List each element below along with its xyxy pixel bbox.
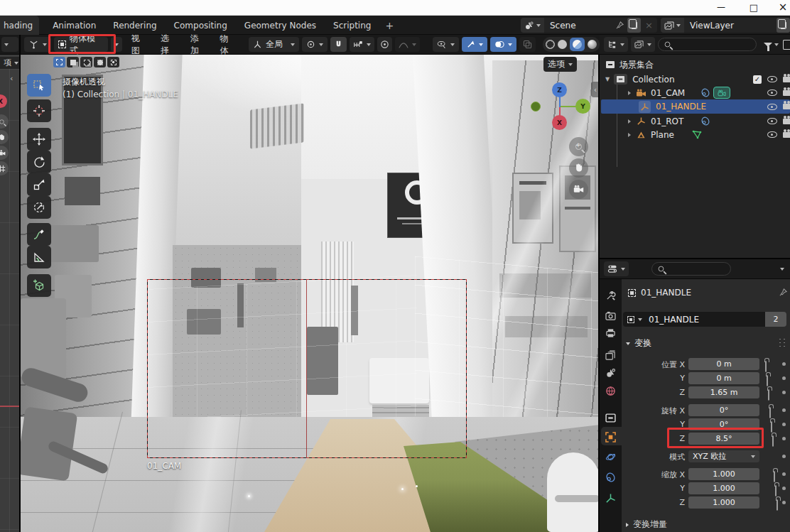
animate-dot[interactable] <box>782 408 786 412</box>
tool-transform[interactable] <box>27 196 51 219</box>
viewport-zoom-button[interactable]: + <box>569 137 588 156</box>
users-count-badge[interactable]: 2 <box>765 312 786 327</box>
pin-icon[interactable] <box>779 288 788 297</box>
overlays-toggle[interactable] <box>490 37 516 52</box>
new-scene-copy-icon[interactable] <box>631 21 637 29</box>
tab-view-layer[interactable] <box>600 347 622 363</box>
tab-render[interactable] <box>600 308 622 323</box>
lock-icon[interactable] <box>771 421 772 433</box>
hide-viewport-toggle[interactable] <box>767 118 777 124</box>
tab-output[interactable] <box>600 325 622 341</box>
viewlayer-selector[interactable]: ViewLayer <box>661 18 790 33</box>
shading-rendered-button[interactable] <box>588 40 597 49</box>
animate-dot[interactable] <box>782 391 786 394</box>
outliner-filter-button[interactable] <box>764 43 779 47</box>
properties-editor-type-button[interactable] <box>604 261 629 276</box>
gizmos-toggle[interactable] <box>462 37 487 52</box>
hide-viewport-toggle[interactable] <box>767 104 777 110</box>
left-sidebar-toggle[interactable]: ‹ <box>10 74 13 83</box>
menu-view[interactable]: 视图 <box>125 35 152 55</box>
shading-wireframe-button[interactable] <box>546 40 555 49</box>
expander-icon[interactable] <box>628 133 631 137</box>
tool-move[interactable] <box>27 128 51 151</box>
transform-panel-header[interactable]: 变换 <box>626 337 651 349</box>
location-y-field[interactable]: 0 m <box>688 372 759 384</box>
select-mode-invert[interactable] <box>94 57 106 67</box>
lock-icon[interactable] <box>769 407 771 418</box>
gizmo-x-axis[interactable]: X <box>552 115 567 130</box>
outliner-search[interactable] <box>658 38 757 51</box>
scale-x-field[interactable]: 1.000 <box>688 468 759 480</box>
workspace-tab-geometry-nodes[interactable]: Geometry Nodes <box>238 16 323 35</box>
location-z-field[interactable]: 1.65 m <box>688 386 759 398</box>
outliner-row-01-rot[interactable]: 01_ROT <box>600 114 790 128</box>
rotation-x-field[interactable]: 0° <box>688 404 759 416</box>
transform-orientation-selector[interactable]: 全局 <box>249 37 299 52</box>
animate-dot[interactable] <box>782 437 786 440</box>
lock-icon[interactable] <box>765 361 767 372</box>
gizmo-y-neg-axis[interactable] <box>531 102 541 112</box>
animate-dot[interactable] <box>782 423 786 426</box>
lock-icon[interactable] <box>767 375 768 386</box>
disable-render-toggle[interactable] <box>783 90 790 96</box>
minimize-button[interactable]: — <box>710 0 732 16</box>
animate-dot[interactable] <box>782 376 786 380</box>
lock-icon[interactable] <box>772 435 774 447</box>
tab-scene[interactable] <box>600 365 622 381</box>
gizmo-z-axis[interactable]: Z <box>552 82 567 97</box>
mode-selector[interactable]: 物体模式 <box>54 37 108 52</box>
navigation-gizmo[interactable]: Z Y X <box>529 80 592 136</box>
panel-grip[interactable] <box>778 337 786 347</box>
new-viewlayer-copy-icon[interactable] <box>780 21 786 29</box>
editor-type-button[interactable] <box>24 37 51 52</box>
mode-dropdown-button[interactable] <box>111 37 122 52</box>
outliner-row-collection[interactable]: ▼ Collection ✓ <box>600 72 790 86</box>
viewport-pan-button[interactable] <box>569 158 588 178</box>
snap-toggle[interactable] <box>330 37 347 52</box>
animate-dot[interactable] <box>782 487 786 490</box>
workspace-tab-shading[interactable]: hading <box>0 16 39 35</box>
proportional-editing-toggle[interactable] <box>377 37 392 52</box>
left-editor-type-button[interactable] <box>1 37 18 52</box>
location-x-field[interactable]: 0 m <box>688 358 759 370</box>
tool-cursor[interactable] <box>27 99 51 122</box>
rotation-mode-dropdown[interactable]: XYZ 欧拉 <box>688 450 759 462</box>
select-mode-set[interactable] <box>53 57 65 67</box>
animate-dot[interactable] <box>782 455 786 458</box>
xray-toggle[interactable] <box>519 37 536 52</box>
tab-world[interactable] <box>600 383 622 398</box>
tab-constraints[interactable] <box>600 469 622 485</box>
menu-select[interactable]: 选择 <box>154 35 181 55</box>
animate-dot[interactable] <box>782 472 786 476</box>
viewport[interactable]: 01_CAM 选项 摄像机透视 (1) Collection | 01_HAND… <box>21 55 600 532</box>
shading-solid-button[interactable] <box>558 40 567 49</box>
expander-icon[interactable] <box>628 119 631 124</box>
viewport-camera-button[interactable] <box>569 180 588 199</box>
chevron-down-icon[interactable] <box>780 268 784 271</box>
scale-z-field[interactable]: 1.000 <box>688 496 759 509</box>
show-gizmo-selector[interactable] <box>433 37 459 52</box>
tab-physics[interactable] <box>600 449 622 465</box>
tool-annotate[interactable] <box>27 223 51 246</box>
pivot-point-selector[interactable] <box>302 37 328 52</box>
gizmo-y-axis[interactable]: Y <box>575 99 590 114</box>
lock-icon[interactable] <box>774 471 775 482</box>
lock-icon[interactable] <box>777 499 778 511</box>
tab-tool[interactable] <box>600 288 622 303</box>
tool-scale[interactable] <box>27 173 51 196</box>
outliner-row-01-handle[interactable]: 01_HANDLE <box>601 99 790 114</box>
workspace-add-button[interactable]: + <box>379 16 400 35</box>
animate-dot[interactable] <box>782 501 786 504</box>
select-mode-extend[interactable] <box>67 57 79 67</box>
shading-material-button[interactable] <box>570 38 585 51</box>
pin-icon[interactable] <box>615 21 624 30</box>
tab-object-data[interactable] <box>600 490 622 506</box>
disable-render-toggle[interactable] <box>783 104 790 109</box>
outliner-row-scene-collection[interactable]: 场景集合 <box>605 58 654 71</box>
workspace-tab-scripting[interactable]: Scripting <box>327 16 377 35</box>
expander-icon[interactable] <box>628 91 631 95</box>
outliner-row-01-cam[interactable]: 01_CAM <box>600 86 790 99</box>
scale-y-field[interactable]: 1.000 <box>688 482 759 494</box>
camera-frame[interactable] <box>147 279 467 458</box>
object-name-field[interactable]: 01_HANDLE <box>623 312 765 327</box>
